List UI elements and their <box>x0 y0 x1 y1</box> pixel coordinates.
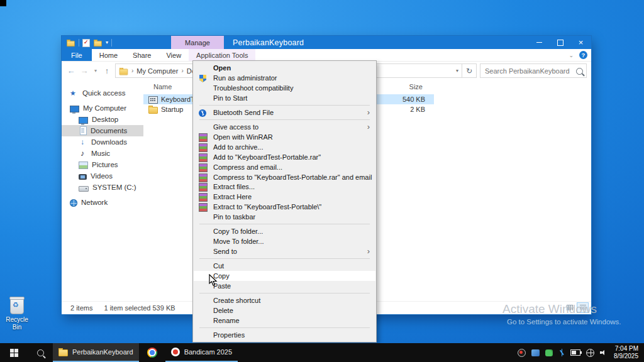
menu-item-send-to[interactable]: Send to› <box>194 246 375 256</box>
menu-item-label: Create shortcut <box>213 297 260 304</box>
menu-item-pin-to-taskbar[interactable]: Pin to taskbar <box>194 212 375 222</box>
maximize-button[interactable] <box>550 36 570 49</box>
properties-check-icon[interactable] <box>82 39 90 47</box>
selection-info: 1 item selected 539 KB <box>104 304 175 312</box>
minimize-button[interactable] <box>529 36 550 49</box>
desktop-icon <box>79 117 88 124</box>
sidebar-item-label: Music <box>91 150 110 157</box>
menu-item-cut[interactable]: Cut <box>194 261 375 271</box>
folder-icon[interactable] <box>94 40 102 46</box>
up-icon[interactable]: ↑ <box>102 66 112 75</box>
address-dropdown-icon[interactable]: ▾ <box>456 68 458 74</box>
ribbon-collapse-icon[interactable]: ⌄ <box>569 52 574 58</box>
back-icon[interactable]: ← <box>66 66 76 75</box>
taskbar-item-explorer[interactable]: PerbaikanKeyboard <box>53 343 139 362</box>
network-icon[interactable] <box>586 349 594 357</box>
menu-item-extract-to-keyboardtest-portable[interactable]: Extract to "KeyboardTest-Portable\" <box>194 202 375 212</box>
context-menu: OpenRun as administratorTroubleshoot com… <box>192 60 377 343</box>
sidebar-item-pictures[interactable]: Pictures <box>62 159 143 170</box>
menu-item-bluetooth-send-file[interactable]: Bluetooth Send File› <box>194 107 375 118</box>
search-box[interactable] <box>480 63 587 78</box>
menu-separator <box>194 326 375 330</box>
start-button[interactable] <box>0 343 28 362</box>
menu-item-run-as-administrator[interactable]: Run as administrator <box>194 73 375 83</box>
menu-item-label: Delete <box>213 307 233 314</box>
activate-windows-watermark-subtext: Go to Settings to activate Windows. <box>507 318 621 326</box>
recycle-bin[interactable]: Recycle Bin <box>5 298 29 331</box>
corner-artifact <box>0 0 6 6</box>
column-header-name[interactable]: Name <box>143 83 172 90</box>
menu-item-label: Give access to <box>213 123 258 131</box>
taskbar-search-button[interactable] <box>28 343 53 362</box>
menu-item-move-to-folder[interactable]: Move To folder... <box>194 236 375 246</box>
menu-item-give-access-to[interactable]: Give access to› <box>194 122 375 132</box>
menu-item-create-shortcut[interactable]: Create shortcut <box>194 295 375 305</box>
menu-item-extract-files[interactable]: Extract files... <box>194 182 375 192</box>
sidebar-item-documents[interactable]: Documents <box>62 125 143 136</box>
desktop: Recycle Bin ▾ Manage PerbaikanKeyboard F… <box>0 0 644 362</box>
folder-icon <box>119 69 128 75</box>
sidebar-item-desktop[interactable]: Desktop <box>62 114 143 125</box>
sidebar-item-music[interactable]: Music <box>62 148 143 159</box>
quick-access-toolbar: ▾ <box>62 38 112 47</box>
search-input[interactable] <box>484 67 574 75</box>
rar-icon <box>199 163 208 172</box>
menu-item-compress-to-keyboardtest-portable-rar-and-email[interactable]: Compress to "KeyboardTest-Portable.rar" … <box>194 172 375 182</box>
tab-file[interactable]: File <box>62 49 92 61</box>
menu-item-add-to-archive[interactable]: Add to archive... <box>194 142 375 152</box>
utility-icon[interactable] <box>545 349 553 356</box>
menu-item-open[interactable]: Open <box>194 63 375 73</box>
tab-home[interactable]: Home <box>92 49 125 61</box>
menu-item-rename[interactable]: Rename <box>194 315 375 326</box>
menu-item-extract-here[interactable]: Extract Here <box>194 192 375 202</box>
menu-item-delete[interactable]: Delete <box>194 305 375 315</box>
forward-icon[interactable]: → <box>79 66 89 75</box>
close-button[interactable] <box>570 36 591 49</box>
menu-item-label: Copy To folder... <box>213 228 263 235</box>
bandicam-record-icon <box>171 348 180 356</box>
sidebar-item-videos[interactable]: Videos <box>62 170 143 182</box>
menu-item-label: Properties <box>213 331 245 339</box>
menu-item-add-to-keyboardtest-portable-rar[interactable]: Add to "KeyboardTest-Portable.rar" <box>194 152 375 162</box>
display-icon[interactable] <box>531 349 540 356</box>
rar-icon <box>199 203 208 212</box>
menu-separator <box>194 256 375 261</box>
clock-time: 7:04 PM <box>614 345 638 353</box>
bluetooth-icon[interactable] <box>558 349 565 356</box>
battery-icon[interactable] <box>570 349 580 356</box>
volume-icon[interactable] <box>600 349 608 356</box>
taskbar-item-bandicam[interactable]: Bandicam 2025 <box>165 343 238 362</box>
sidebar-item-network[interactable]: Network <box>62 197 143 208</box>
menu-item-compress-and-email[interactable]: Compress and email... <box>194 162 375 172</box>
breadcrumb-item-my-computer[interactable]: My Computer <box>136 67 178 75</box>
bt-icon <box>199 109 206 117</box>
folder-icon[interactable] <box>67 40 75 46</box>
menu-item-properties[interactable]: Properties <box>194 330 375 340</box>
help-icon[interactable] <box>579 51 587 59</box>
music-icon <box>79 149 87 158</box>
sidebar-item-my-computer[interactable]: My Computer <box>62 102 143 114</box>
tab-application-tools[interactable]: Application Tools <box>189 49 255 61</box>
sidebar-item-quick-access[interactable]: Quick access <box>62 87 143 99</box>
tab-share[interactable]: Share <box>125 49 158 61</box>
taskbar-item-chrome[interactable] <box>139 343 165 362</box>
taskbar-clock[interactable]: 7:04 PM 8/9/2025 <box>614 345 638 361</box>
recording-icon[interactable] <box>518 349 526 357</box>
sidebar-item-downloads[interactable]: Downloads <box>62 136 143 148</box>
menu-item-pin-to-start[interactable]: Pin to Start <box>194 93 375 103</box>
menu-item-paste[interactable]: Paste <box>194 281 375 291</box>
menu-item-open-with-winrar[interactable]: Open with WinRAR <box>194 132 375 142</box>
sidebar-item-label: Downloads <box>91 138 127 146</box>
title-bar: ▾ Manage PerbaikanKeyboard <box>62 36 591 49</box>
manage-contextual-tab[interactable]: Manage <box>171 36 224 49</box>
sidebar-item-system-c[interactable]: SYSTEM (C:) <box>62 182 143 193</box>
sidebar-item-label: Documents <box>91 127 127 134</box>
history-dropdown-icon[interactable]: ▾ <box>92 68 99 74</box>
rar-icon <box>199 173 208 182</box>
qat-customize-icon[interactable]: ▾ <box>106 40 108 45</box>
tab-view[interactable]: View <box>158 49 189 61</box>
menu-item-copy[interactable]: Copy <box>194 271 375 281</box>
refresh-icon[interactable]: ↻ <box>462 63 477 78</box>
menu-item-troubleshoot-compatibility[interactable]: Troubleshoot compatibility <box>194 83 375 93</box>
menu-item-copy-to-folder[interactable]: Copy To folder... <box>194 226 375 236</box>
